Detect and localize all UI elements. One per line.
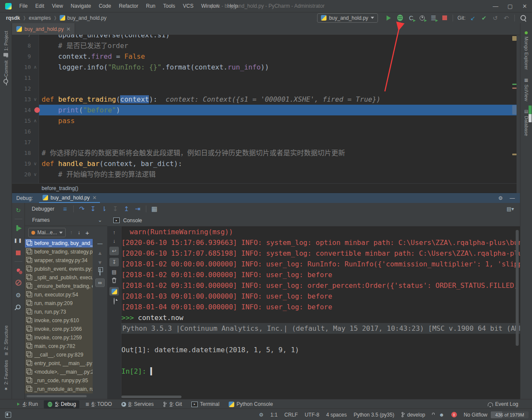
frame-row[interactable]: main, core.py:782 <box>25 342 93 351</box>
code-line-11[interactable]: 11 <box>12 73 517 83</box>
frame-up-button[interactable]: ↑ <box>70 230 73 236</box>
tab-services[interactable]: 8: Services <box>118 400 157 408</box>
interpreter[interactable]: Python 3.5 (py35) <box>354 412 394 418</box>
menu-refactor[interactable]: Refactor <box>115 3 142 9</box>
fold-marker-icon[interactable]: ∨ <box>33 94 37 105</box>
sidebar-item-structure[interactable]: ≣Z: Structure <box>3 325 9 356</box>
frame-row[interactable]: _split_and_publish, execu <box>25 273 93 282</box>
caret-position[interactable]: 1:1 <box>270 412 278 418</box>
code-line-8[interactable]: 8 # 是否已发送了order <box>12 40 517 51</box>
code-line-19[interactable]: 19∨def handle_bar(context, bar_dict): <box>12 158 517 169</box>
assistant-icon[interactable]: ☻ <box>439 412 444 418</box>
up-arrow-icon[interactable]: ▲ <box>97 250 103 256</box>
menu-code[interactable]: Code <box>95 3 115 9</box>
frame-row[interactable]: before_trading, buy_and_ <box>25 239 93 248</box>
sidebar-item-favorites[interactable]: ★2: Favorites <box>3 360 9 391</box>
code-line-9[interactable]: 9 context.fired = False <box>12 51 517 62</box>
run-to-cursor-icon[interactable]: ⇥ <box>132 205 143 213</box>
git-update-button[interactable]: ↙ <box>467 13 478 23</box>
resume-button[interactable]: ▐▶ <box>15 224 21 232</box>
close-icon[interactable]: ✕ <box>66 26 70 32</box>
tab-git[interactable]: 9: Git <box>160 400 185 408</box>
concurrency-diagram-button[interactable]: ☰ <box>428 13 439 23</box>
fold-marker-icon[interactable]: ∨ <box>33 169 37 180</box>
force-step-into-icon[interactable]: ↧ <box>110 205 121 213</box>
error-indicator-icon[interactable]: ! <box>451 412 457 417</box>
sticky-context-line[interactable]: before_trading() <box>12 183 517 193</box>
file-encoding[interactable]: UTF-8 <box>305 412 319 418</box>
code-line-7[interactable]: 7 update_universe(context.s1) <box>12 35 517 40</box>
gear-icon[interactable]: ⚙ <box>498 195 503 201</box>
frame-row[interactable]: _run_module_as_main, ru <box>25 385 93 393</box>
menu-file[interactable]: File <box>15 3 31 9</box>
search-everywhere-button[interactable] <box>517 13 529 23</box>
frame-row[interactable]: run, executor.py:54 <box>25 290 93 299</box>
tab-terminal[interactable]: Terminal <box>188 400 223 408</box>
show-libraries-toggle[interactable]: ∞ <box>95 278 105 287</box>
soft-wrap-toggle[interactable]: ↩ <box>109 247 119 255</box>
frame-row[interactable]: run, run.py:73 <box>25 308 93 316</box>
frame-row[interactable]: run, main.py:209 <box>25 299 93 308</box>
menu-edit[interactable]: Edit <box>31 3 48 9</box>
print-icon[interactable]: ▤ <box>112 269 116 275</box>
git-commit-button[interactable]: ✔ <box>478 13 490 23</box>
toolwindow-switcher-icon[interactable] <box>5 412 11 418</box>
sidebar-item-sciview[interactable]: ▦SciView <box>524 78 529 101</box>
fold-marker-icon[interactable]: ∨ <box>33 158 37 169</box>
gitflow-widget[interactable]: No Gitflow <box>464 412 487 418</box>
python-console-restart-button[interactable] <box>109 287 119 296</box>
code-line-14[interactable]: 14 print("before") <box>12 105 517 115</box>
breakpoint-icon[interactable] <box>34 107 40 113</box>
close-icon[interactable]: ✕ <box>92 195 97 201</box>
clear-console-icon[interactable] <box>112 278 117 284</box>
close-button[interactable]: ✕ <box>517 0 532 12</box>
maximize-button[interactable]: ▢ <box>503 0 517 12</box>
run-configuration-select[interactable]: buy_and_hold.py <box>317 13 378 23</box>
debug-tab-buy-and-hold[interactable]: buy_and_hold.py ✕ <box>39 193 100 203</box>
scroll-to-end-toggle[interactable]: ↧ <box>109 258 119 266</box>
code-line-16[interactable]: 16 <box>12 126 517 137</box>
add-button[interactable]: + <box>85 229 89 236</box>
tab-todo[interactable]: ≣6: TODO <box>82 400 115 408</box>
frame-row[interactable]: <module>, __main__.py:2 <box>25 368 93 376</box>
menu-tools[interactable]: Tools <box>159 3 179 9</box>
console-tab-label[interactable]: Console <box>123 218 142 224</box>
profiler-button[interactable] <box>417 13 428 23</box>
step-into-icon[interactable]: ↧ <box>88 205 99 213</box>
frame-row[interactable]: invoke, core.py:610 <box>25 316 93 325</box>
down-arrow-icon[interactable]: ▼ <box>97 260 103 266</box>
memory-indicator[interactable]: 436 of 1979M <box>491 411 529 418</box>
down-stack-icon[interactable]: ↓ <box>113 238 115 244</box>
stop-button[interactable] <box>439 13 450 23</box>
sidebar-item-project[interactable]: 1: Project <box>3 31 9 56</box>
history-icon[interactable] <box>114 298 115 304</box>
hide-frames-icon[interactable]: — <box>97 241 103 247</box>
code-line-13[interactable]: 13∨def before_trading(context): context:… <box>12 94 517 105</box>
frame-down-button[interactable]: ↓ <box>78 230 80 236</box>
menu-navigate[interactable]: Navigate <box>67 3 95 9</box>
code-line-18[interactable]: 18# 你选择的证券的数据更新将会触发此段逻辑，例如日或分钟历史数据切片或者是实… <box>12 148 517 158</box>
breadcrumb-folder[interactable]: examples <box>29 15 51 21</box>
code-line-17[interactable]: 17 <box>12 137 517 148</box>
code-line-15[interactable]: 15∧ pass <box>12 115 517 126</box>
frame-row[interactable]: before_trading, strategy.p <box>25 248 93 256</box>
tab-run[interactable]: 4: Run <box>13 400 41 408</box>
fold-marker-icon[interactable]: ∧ <box>33 62 37 73</box>
editor-tab-buy-and-hold[interactable]: buy_and_hold.py ✕ <box>12 23 75 35</box>
frames-list[interactable]: before_trading, buy_and_before_trading, … <box>25 239 93 393</box>
up-stack-icon[interactable]: ↑ <box>113 230 115 236</box>
code-line-10[interactable]: 10∧ logger.info("RunInfo: {}".format(con… <box>12 62 517 73</box>
tab-debug[interactable]: 5: Debug <box>44 400 79 408</box>
chevron-down-icon[interactable]: ⌄ <box>98 217 102 223</box>
indent-style[interactable]: 4 spaces <box>326 412 347 418</box>
step-out-icon[interactable]: ↥ <box>121 205 132 213</box>
frame-row[interactable]: _ensure_before_trading, e <box>25 282 93 290</box>
console-vscrollbar[interactable] <box>516 230 519 346</box>
copy-stack-icon[interactable] <box>100 269 100 275</box>
debug-button[interactable] <box>394 13 405 23</box>
breadcrumb-project[interactable]: rqsdk <box>6 15 20 21</box>
menu-vcs[interactable]: VCS <box>179 3 197 9</box>
restore-layout-icon[interactable]: ▤▾ <box>507 206 514 212</box>
evaluate-expression-icon[interactable]: ▦ <box>149 205 160 213</box>
pause-button[interactable]: ❚❚ <box>14 236 23 244</box>
